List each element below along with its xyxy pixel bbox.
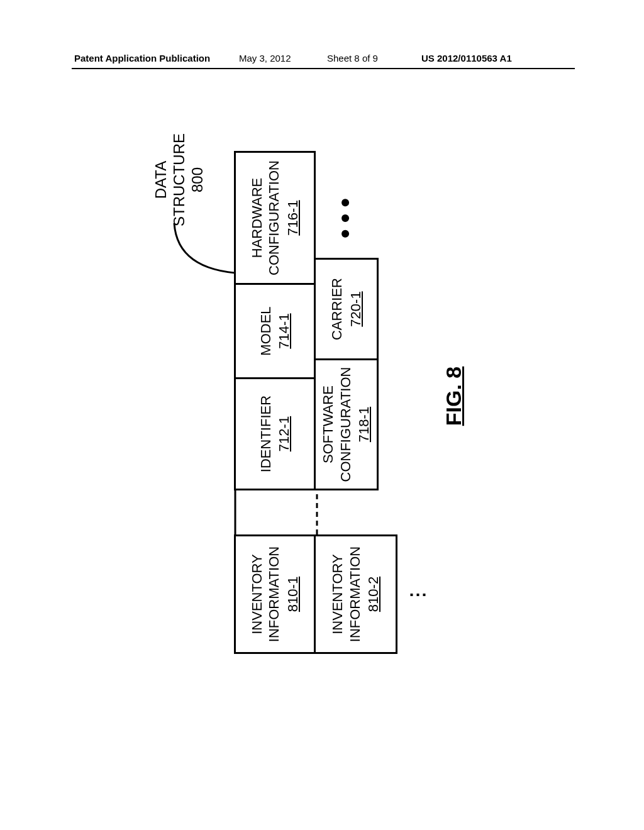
callout-line3: 800 [189,133,207,226]
software-ref: 718-1 [355,407,373,442]
cells-ellipsis: ● ● ● [335,197,355,239]
carrier-ref: 720-1 [347,291,365,326]
inventory-info-2-ref: 810-2 [365,577,382,612]
hardware-label: HARDWARECONFIGURATION [248,160,283,275]
callout-line2: STRUCTURE [170,133,189,226]
header-pubno: US 2012/0110563 A1 [421,53,512,64]
connector-row1 [234,485,247,536]
diagram-rotated: DATA STRUCTURE 800 INVENTORYINFORMATION … [146,113,498,679]
hardware-ref: 716-1 [284,200,302,235]
figure-caption: FIG. 8 [441,113,466,679]
data-structure-callout: DATA STRUCTURE 800 [152,133,206,226]
header-pub: Patent Application Publication [74,53,210,64]
model-ref: 714-1 [275,313,293,348]
cell-identifier: IDENTIFIER 712-1 [234,377,316,490]
header-sheet: Sheet 8 of 9 [327,53,378,64]
cell-software-config: SOFTWARECONFIGURATION 718-1 [316,358,379,490]
carrier-label: CARRIER [328,278,346,340]
header-date: May 3, 2012 [239,53,291,64]
inventory-info-1-ref: 810-1 [284,577,302,612]
page-header: Patent Application Publication May 3, 20… [0,53,644,68]
page: Patent Application Publication May 3, 20… [0,0,644,830]
cell-model: MODEL 714-1 [234,283,316,377]
inventory-info-row-1: INVENTORYINFORMATION 810-1 [234,534,316,654]
callout-line1: DATA [152,133,170,226]
inventory-ellipsis: ⋮ [407,586,428,604]
inventory-info-1-label: INVENTORYINFORMATION [248,546,283,642]
identifier-label: IDENTIFIER [257,396,275,472]
cell-hardware-config: HARDWARECONFIGURATION 716-1 [234,151,316,283]
model-label: MODEL [257,306,275,355]
identifier-ref: 712-1 [275,416,293,451]
inventory-info-2-label: INVENTORYINFORMATION [329,546,364,642]
connector-row2 [316,485,379,536]
software-label: SOFTWARECONFIGURATION [319,367,354,482]
header-rule [72,68,575,69]
inventory-info-row-2: INVENTORYINFORMATION 810-2 [316,534,397,654]
diagram: DATA STRUCTURE 800 INVENTORYINFORMATION … [146,113,498,679]
cell-carrier: CARRIER 720-1 [316,258,379,358]
